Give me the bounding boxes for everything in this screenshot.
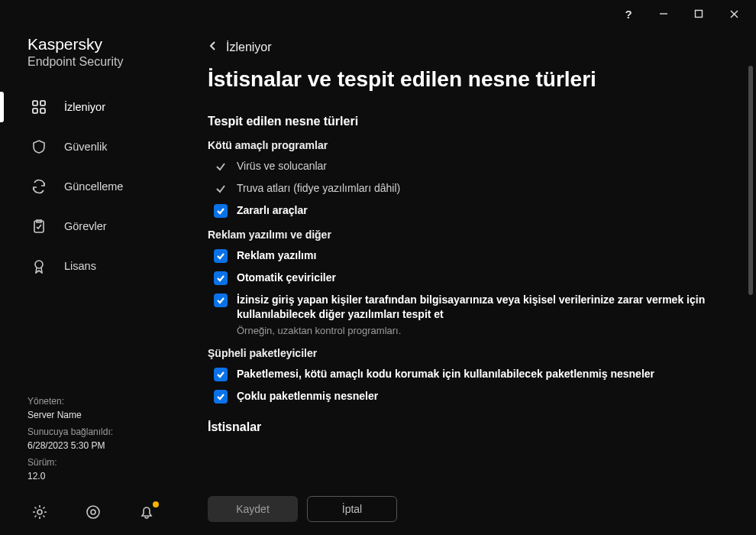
section-detected-types: Tespit edilen nesne türleri — [208, 115, 725, 128]
item-legit-label: İzinsiz giriş yapan kişiler tarafından b… — [237, 293, 725, 322]
nav-item-tasks[interactable]: Görevler — [0, 206, 189, 246]
group-adware: Reklam yazılımı ve diğer — [208, 229, 725, 241]
clipboard-icon — [31, 219, 47, 234]
content-scroll[interactable]: Tespit edilen nesne türleri Kötü amaçlı … — [189, 105, 756, 483]
cancel-button[interactable]: İptal — [307, 496, 397, 522]
nav: İzleniyor Güvenlik Güncelleme Görevler L… — [0, 87, 189, 286]
monitor-icon — [31, 99, 47, 115]
item-maltools[interactable]: Zararlı araçlar — [214, 203, 725, 218]
maximize-button[interactable] — [683, 2, 715, 25]
checkbox-checked-icon[interactable] — [214, 293, 228, 307]
checkbox-checked-icon[interactable] — [214, 368, 228, 381]
svg-point-9 — [35, 261, 43, 268]
checkbox-checked-icon[interactable] — [214, 390, 228, 404]
svg-rect-5 — [40, 101, 45, 105]
nav-item-security[interactable]: Güvenlik — [0, 127, 189, 167]
checkbox-checked-icon[interactable] — [214, 204, 228, 218]
checkbox-checked-icon[interactable] — [214, 271, 228, 285]
brand-subtitle: Endpoint Security — [27, 55, 189, 69]
svg-point-10 — [37, 510, 42, 514]
close-button[interactable] — [718, 2, 750, 25]
main: İzleniyor İstisnalar ve tespit edilen ne… — [189, 28, 756, 535]
help-icon: ? — [625, 8, 632, 21]
nav-item-monitor[interactable]: İzleniyor — [0, 87, 189, 127]
bell-icon — [139, 504, 154, 520]
item-legit-sub: Örneğin, uzaktan kontrol programları. — [237, 325, 725, 336]
svg-point-12 — [91, 510, 95, 514]
maximize-icon — [694, 9, 703, 18]
save-button[interactable]: Kaydet — [208, 496, 298, 522]
gear-icon — [32, 504, 47, 520]
version-label: Sürüm: — [27, 456, 189, 469]
section-exclusions: İstisnalar — [208, 420, 725, 434]
scrollbar[interactable] — [748, 66, 753, 394]
nav-item-update[interactable]: Güncelleme — [0, 167, 189, 206]
scrollbar-thumb[interactable] — [748, 66, 753, 295]
nav-label-security: Güvenlik — [64, 141, 107, 153]
version-value: 12.0 — [27, 469, 189, 483]
back-button[interactable] — [208, 41, 218, 54]
lock-check-icon — [214, 182, 228, 196]
brand: Kaspersky Endpoint Security — [0, 35, 189, 87]
bottom-icons — [0, 494, 189, 535]
help-button[interactable]: ? — [612, 2, 645, 25]
item-viruses: Virüs ve solucanlar — [214, 159, 725, 173]
checkbox-checked-icon[interactable] — [214, 249, 228, 263]
item-dialers[interactable]: Otomatik çeviriciler — [214, 271, 725, 285]
titlebar: ? — [0, 0, 756, 28]
item-packers1[interactable]: Paketlemesi, kötü amaçlı kodu korumak iç… — [214, 367, 725, 381]
breadcrumb: İzleniyor — [189, 28, 756, 58]
settings-button[interactable] — [31, 503, 49, 521]
nav-label-monitor: İzleniyor — [64, 101, 105, 113]
item-legit-text: İzinsiz giriş yapan kişiler tarafından b… — [237, 293, 725, 336]
brand-name: Kaspersky — [27, 35, 189, 54]
item-adware[interactable]: Reklam yazılımı — [214, 248, 725, 263]
nav-label-update: Güncelleme — [64, 180, 123, 193]
svg-rect-4 — [33, 101, 37, 105]
item-dialers-label: Otomatik çeviriciler — [237, 271, 336, 285]
item-trojans: Truva atları (fidye yazılımları dâhil) — [214, 181, 725, 196]
refresh-icon — [31, 179, 47, 194]
footer: Kaydet İptal — [189, 483, 756, 535]
connected-label: Sunucuya bağlanıldı: — [27, 425, 189, 439]
item-legit[interactable]: İzinsiz giriş yapan kişiler tarafından b… — [214, 293, 725, 336]
item-packers1-label: Paketlemesi, kötü amaçlı kodu korumak iç… — [237, 367, 654, 381]
notification-badge — [153, 501, 159, 507]
sidebar: Kaspersky Endpoint Security İzleniyor Gü… — [0, 28, 189, 535]
close-icon — [729, 9, 739, 19]
minimize-icon — [659, 9, 668, 18]
item-packers2-label: Çoklu paketlenmiş nesneler — [237, 389, 378, 404]
sidebar-info: Yöneten: Server Name Sunucuya bağlanıldı… — [0, 394, 189, 494]
svg-point-11 — [87, 506, 99, 518]
chevron-left-icon — [208, 41, 218, 51]
nav-item-license[interactable]: Lisans — [0, 246, 189, 286]
item-trojans-label: Truva atları (fidye yazılımları dâhil) — [237, 181, 400, 196]
managed-by-value: Server Name — [27, 408, 189, 422]
group-malware: Kötü amaçlı programlar — [208, 139, 725, 151]
shield-icon — [31, 139, 47, 154]
nav-label-tasks: Görevler — [64, 220, 107, 232]
connected-value: 6/28/2023 5:30 PM — [27, 439, 189, 452]
svg-rect-6 — [33, 109, 37, 113]
item-maltools-label: Zararlı araçlar — [237, 203, 308, 218]
support-icon — [86, 504, 101, 520]
item-packers2[interactable]: Çoklu paketlenmiş nesneler — [214, 389, 725, 404]
managed-by-label: Yöneten: — [27, 394, 189, 408]
item-adware-label: Reklam yazılımı — [237, 248, 316, 263]
minimize-button[interactable] — [648, 2, 680, 25]
award-icon — [31, 258, 47, 274]
breadcrumb-parent[interactable]: İzleniyor — [226, 41, 272, 54]
lock-check-icon — [214, 160, 228, 173]
nav-label-license: Lisans — [64, 260, 96, 272]
item-viruses-label: Virüs ve solucanlar — [237, 159, 327, 173]
support-button[interactable] — [84, 503, 102, 521]
page-title: İstisnalar ve tespit edilen nesne türler… — [189, 58, 756, 105]
notifications-button[interactable] — [137, 503, 156, 521]
group-packers: Şüpheli paketleyiciler — [208, 347, 725, 359]
svg-rect-1 — [696, 11, 703, 18]
svg-rect-7 — [40, 109, 45, 113]
